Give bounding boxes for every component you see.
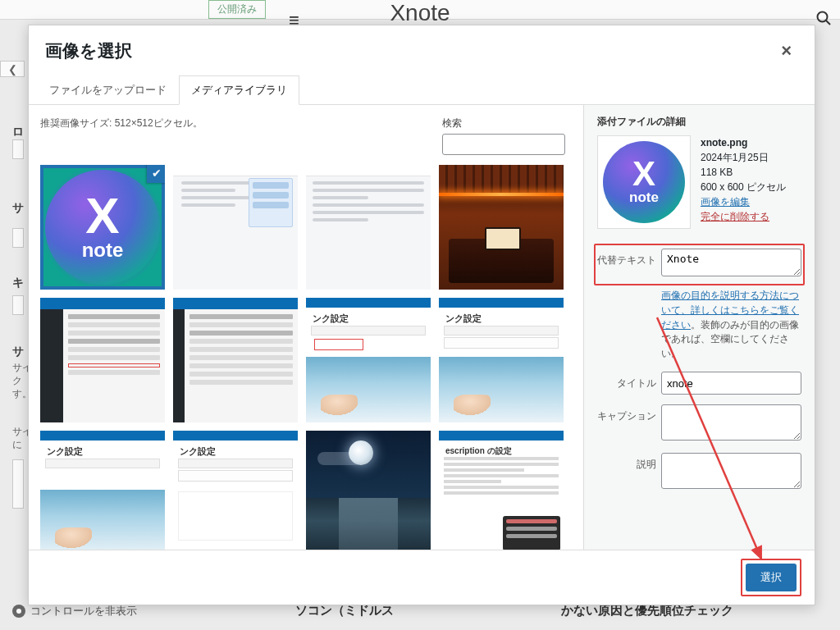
alt-text-input[interactable]: Xnote bbox=[661, 249, 801, 276]
attachment-details: 添付ファイルの詳細 Xnote xnote.png 2024年1月25日 118… bbox=[583, 105, 815, 550]
thumb-title: ンク設定 bbox=[313, 313, 349, 325]
media-item[interactable] bbox=[173, 165, 298, 290]
alt-text-label: 代替テキスト bbox=[597, 249, 656, 267]
media-modal: 画像を選択 × ファイルをアップロード メディアライブラリ 推奨画像サイズ: 5… bbox=[28, 25, 815, 605]
details-meta: xnote.png 2024年1月25日 118 KB 600 x 600 ピク… bbox=[701, 135, 801, 229]
delete-link[interactable]: 完全に削除する bbox=[701, 211, 769, 222]
title-input[interactable] bbox=[661, 372, 801, 395]
file-date: 2024年1月25日 bbox=[701, 150, 801, 165]
close-icon[interactable]: × bbox=[774, 37, 798, 65]
description-input[interactable] bbox=[661, 453, 801, 489]
details-thumbnail: Xnote bbox=[597, 135, 691, 229]
media-area: 推奨画像サイズ: 512×512ピクセル。 検索 Xnote ✔ bbox=[29, 105, 583, 550]
search-input[interactable] bbox=[442, 134, 565, 155]
edit-image-link[interactable]: 画像を編集 bbox=[701, 196, 750, 208]
media-item[interactable] bbox=[306, 165, 431, 290]
thumb-title: escription の設定 bbox=[445, 445, 512, 457]
thumb-title: ンク設定 bbox=[180, 445, 216, 458]
alt-help-text: 画像の目的を説明する方法について、詳しくはこちらをご覧ください。装飾のみが目的の… bbox=[661, 289, 801, 362]
media-grid: Xnote ✔ bbox=[40, 165, 572, 550]
modal-title: 画像を選択 bbox=[45, 39, 132, 62]
title-label: タイトル bbox=[597, 372, 656, 390]
media-item-xnote[interactable]: Xnote ✔ bbox=[40, 165, 165, 290]
details-heading: 添付ファイルの詳細 bbox=[597, 115, 801, 129]
file-size: 118 KB bbox=[701, 165, 801, 180]
modal-tabs: ファイルをアップロード メディアライブラリ bbox=[29, 75, 815, 105]
size-hint: 推奨画像サイズ: 512×512ピクセル。 bbox=[40, 116, 203, 130]
search-label: 検索 bbox=[442, 116, 565, 130]
media-item[interactable] bbox=[306, 431, 431, 550]
media-item[interactable] bbox=[40, 298, 165, 422]
media-item[interactable]: ンク設定 bbox=[173, 431, 298, 550]
media-item[interactable] bbox=[173, 298, 298, 422]
modal-body: 推奨画像サイズ: 512×512ピクセル。 検索 Xnote ✔ bbox=[29, 105, 815, 550]
caption-label: キャプション bbox=[597, 404, 656, 423]
tab-media-library[interactable]: メディアライブラリ bbox=[179, 75, 299, 105]
thumb-title: ンク設定 bbox=[445, 313, 482, 325]
media-item[interactable]: ンク設定 bbox=[306, 298, 431, 422]
modal-footer: 選択 bbox=[29, 550, 815, 605]
caption-input[interactable] bbox=[661, 404, 801, 441]
media-item[interactable] bbox=[439, 165, 564, 290]
select-button[interactable]: 選択 bbox=[746, 564, 797, 591]
tab-upload[interactable]: ファイルをアップロード bbox=[37, 75, 179, 105]
check-icon: ✔ bbox=[147, 165, 165, 183]
select-button-highlight: 選択 bbox=[741, 559, 801, 596]
filename: xnote.png bbox=[701, 137, 747, 148]
alt-text-highlight: 代替テキスト Xnote bbox=[594, 244, 805, 285]
modal-header: 画像を選択 × bbox=[29, 25, 815, 75]
media-item[interactable]: escription の設定 bbox=[439, 431, 564, 550]
thumb-title: ンク設定 bbox=[47, 445, 83, 458]
media-item[interactable]: ンク設定 bbox=[439, 298, 564, 422]
media-item[interactable]: ンク設定 bbox=[40, 431, 165, 550]
description-label: 説明 bbox=[597, 453, 656, 472]
file-dimensions: 600 x 600 ピクセル bbox=[701, 180, 801, 194]
